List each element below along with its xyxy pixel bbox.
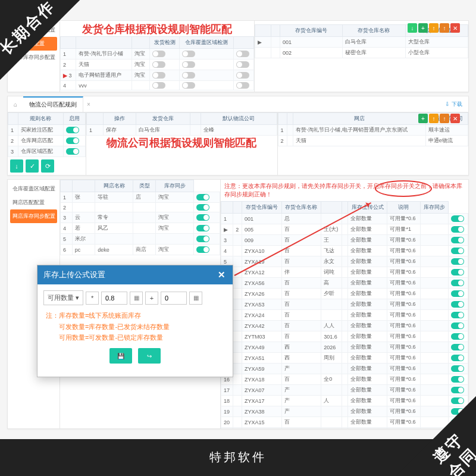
- table-row[interactable]: 20ZYXA15百全部数量可用量*0.6: [221, 417, 468, 428]
- close-icon[interactable]: ✕: [216, 270, 227, 280]
- arrow-up-icon[interactable]: ↑: [429, 23, 439, 33]
- calculator-icon[interactable]: ▦: [189, 292, 202, 305]
- table-row[interactable]: 10ZYXA24百全部数量可用量*0.6: [221, 310, 468, 321]
- toggle-switch[interactable]: [451, 215, 464, 222]
- tab-close-icon[interactable]: ×: [83, 98, 94, 111]
- toggle-switch[interactable]: [451, 333, 464, 340]
- toggle-switch[interactable]: [451, 312, 464, 318]
- toggle-switch[interactable]: [451, 258, 464, 265]
- table-row[interactable]: 2: [61, 203, 220, 212]
- table-row[interactable]: 002秘密仓库小型仓库: [255, 48, 468, 58]
- table-row[interactable]: 4vvv: [61, 81, 254, 90]
- qty-type-select[interactable]: 可用数量 ▾: [43, 290, 83, 305]
- exit-button[interactable]: ↪: [138, 348, 161, 364]
- toggle-switch[interactable]: [152, 61, 165, 68]
- home-icon[interactable]: ⌂: [8, 98, 23, 111]
- toggle-switch[interactable]: [196, 246, 209, 253]
- toggle-switch[interactable]: [451, 269, 464, 275]
- arrow-up-alt-icon[interactable]: ↑: [440, 114, 449, 123]
- toggle-switch[interactable]: [451, 365, 464, 372]
- toggle-switch[interactable]: [196, 225, 209, 231]
- toggle-switch[interactable]: [451, 301, 464, 308]
- toggle-switch[interactable]: [196, 214, 209, 221]
- table-row[interactable]: 1有赞-淘礼节日小铺,电子网销普通用户,京东测试顺丰速运: [278, 125, 468, 136]
- plus-icon[interactable]: +: [418, 114, 428, 123]
- table-row[interactable]: 2仓库网店匹配: [8, 136, 86, 146]
- table-row[interactable]: 19ZYXA38产全部数量可用量*0.6: [221, 406, 468, 417]
- toggle-switch[interactable]: [152, 51, 165, 57]
- rail-item[interactable]: 仓库覆盖区域配置: [10, 182, 57, 196]
- table-row[interactable]: 11ZYXA42百人人全部数量可用量*0.6: [221, 321, 468, 331]
- toggle-switch[interactable]: [196, 194, 209, 201]
- save-button[interactable]: 💾: [109, 348, 132, 364]
- table-row[interactable]: ▶001白马仓库大型仓库: [255, 37, 468, 48]
- toggle-switch[interactable]: [236, 61, 249, 68]
- table-row[interactable]: 2天猫申通e物流: [278, 136, 468, 146]
- toggle-switch[interactable]: [451, 290, 464, 297]
- toggle-switch[interactable]: [152, 82, 165, 89]
- check-icon[interactable]: ✓: [26, 159, 39, 173]
- toggle-switch[interactable]: [196, 236, 209, 242]
- rail-item[interactable]: 网店库存同步配置: [10, 209, 57, 223]
- toggle-switch[interactable]: [451, 376, 464, 383]
- table-row[interactable]: 12ZYTM03百301.6全部数量可用量*0.6: [221, 331, 468, 342]
- toggle-switch[interactable]: [182, 82, 195, 89]
- table-row[interactable]: 4若风乙淘宝: [61, 223, 220, 234]
- toggle-switch[interactable]: [236, 51, 249, 57]
- toggle-switch[interactable]: [451, 226, 464, 233]
- toggle-switch[interactable]: [66, 148, 79, 155]
- table-row[interactable]: 9ZYXA53百全部数量可用量*0.6: [221, 299, 468, 310]
- table-row[interactable]: 1001总全部数量可用量*0.6: [221, 214, 468, 224]
- toggle-switch[interactable]: [451, 237, 464, 243]
- rail-item[interactable]: 网店匹配配置: [10, 196, 57, 209]
- toggle-switch[interactable]: [451, 248, 464, 254]
- close-icon[interactable]: ✕: [450, 114, 460, 123]
- toggle-switch[interactable]: [451, 344, 464, 350]
- table-row[interactable]: 3009百王全部数量可用量*0.6: [221, 235, 468, 246]
- toggle-switch[interactable]: [66, 137, 79, 144]
- toggle-switch[interactable]: [196, 204, 209, 211]
- table-row[interactable]: 6ZYXA12伴词吨全部数量可用量*0.6: [221, 267, 468, 278]
- table-row[interactable]: ▶ 3电子网销普通用户淘宝: [61, 70, 254, 81]
- toggle-switch[interactable]: [66, 127, 79, 133]
- table-row[interactable]: 14ZYXA51西周别全部数量可用量*0.6: [221, 353, 468, 364]
- table-row[interactable]: 16ZYXA18百全0全部数量可用量*0.6: [221, 374, 468, 385]
- toggle-switch[interactable]: [451, 322, 464, 329]
- arrow-up-icon[interactable]: ↑: [429, 114, 439, 123]
- table-row[interactable]: 6pcdeke商店淘宝: [61, 245, 220, 255]
- table-row[interactable]: 4ZYXA10百飞达全部数量可用量*0.6: [221, 246, 468, 256]
- table-row[interactable]: 1有赞-淘礼节日小铺淘宝: [61, 49, 254, 60]
- toggle-switch[interactable]: [451, 397, 464, 404]
- toggle-switch[interactable]: [236, 82, 249, 89]
- operator1-select[interactable]: *: [86, 292, 99, 305]
- table-row[interactable]: 17ZYXA07产全部数量可用量*0.6: [221, 385, 468, 396]
- toggle-switch[interactable]: [182, 72, 195, 79]
- table-row[interactable]: 7ZYXA56百高全部数量可用量*0.6: [221, 278, 468, 289]
- table-row[interactable]: 1保存白马仓库全峰: [87, 125, 277, 136]
- arrow-down-icon[interactable]: ↓: [408, 23, 417, 33]
- table-row[interactable]: 5米尔: [61, 234, 220, 245]
- refresh-icon[interactable]: ⟳: [41, 159, 54, 173]
- operator2-select[interactable]: +: [145, 292, 158, 305]
- value1-input[interactable]: [101, 292, 127, 305]
- table-row[interactable]: 8ZYXA26百夕听全部数量可用量*0.6: [221, 289, 468, 299]
- table-row[interactable]: 15ZYXA59产全部数量可用量*0.6: [221, 364, 468, 374]
- table-row[interactable]: 1张等驻店淘宝: [61, 192, 220, 203]
- arrow-down-icon[interactable]: ↓: [10, 159, 23, 173]
- toggle-switch[interactable]: [182, 51, 195, 57]
- table-row[interactable]: 21ZYXA31虑全部数量可用量*0.6: [221, 428, 468, 429]
- table-row[interactable]: 2天猫淘宝: [61, 60, 254, 70]
- value2-input[interactable]: [161, 292, 187, 305]
- toggle-switch[interactable]: [451, 280, 464, 286]
- table-row[interactable]: 3仓库区域匹配: [8, 146, 86, 157]
- table-row[interactable]: 3云常专淘宝: [61, 212, 220, 223]
- toggle-switch[interactable]: [152, 72, 165, 79]
- table-row[interactable]: 1买家姓注匹配: [8, 125, 86, 136]
- download-link[interactable]: ⇩ 下载: [445, 101, 462, 108]
- tab-logistics-rule[interactable]: 物流公司匹配规则: [23, 96, 83, 112]
- table-row[interactable]: 18ZYXA17产人全部数量可用量*0.6: [221, 396, 468, 406]
- calculator-icon[interactable]: ▦: [130, 292, 143, 305]
- table-row[interactable]: 13ZYXA49西2026全部数量可用量*0.6: [221, 342, 468, 353]
- arrow-up-alt-icon[interactable]: ↑: [440, 23, 449, 33]
- toggle-switch[interactable]: [451, 387, 464, 393]
